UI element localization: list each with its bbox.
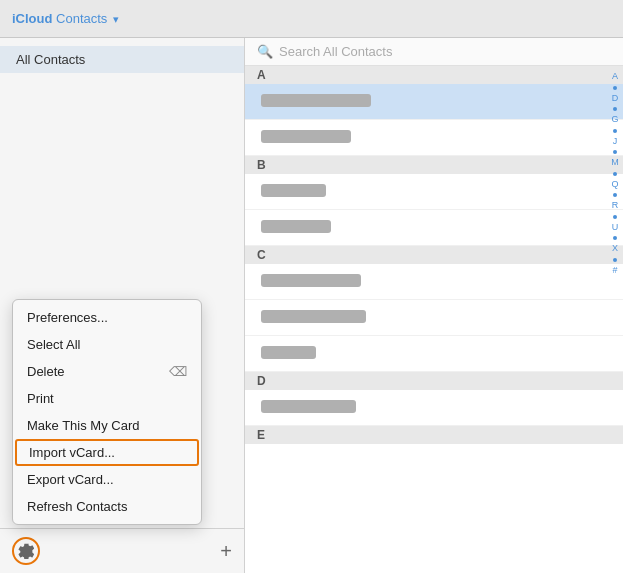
alpha-m[interactable]: M: [608, 156, 622, 170]
contact-row[interactable]: [245, 264, 623, 300]
contact-row[interactable]: [245, 390, 623, 426]
alpha-r[interactable]: R: [608, 199, 622, 213]
alpha-dot: [613, 258, 617, 262]
menu-item-import-vcard[interactable]: Import vCard...: [15, 439, 199, 466]
alphabet-index: A D G J M Q R U X #: [607, 66, 623, 573]
contact-row[interactable]: [245, 120, 623, 156]
menu-item-print[interactable]: Print: [13, 385, 201, 412]
menu-item-export-vcard[interactable]: Export vCard...: [13, 466, 201, 493]
alpha-dot: [613, 193, 617, 197]
menu-item-preferences[interactable]: Preferences...: [13, 304, 201, 331]
alpha-u[interactable]: U: [608, 221, 622, 235]
menu-item-make-my-card[interactable]: Make This My Card: [13, 412, 201, 439]
app-name: iCloud: [12, 11, 52, 26]
contact-row[interactable]: [245, 300, 623, 336]
add-contact-button[interactable]: +: [220, 541, 232, 561]
section-header-d: D: [245, 372, 623, 390]
alpha-dot: [613, 129, 617, 133]
alpha-x[interactable]: X: [608, 242, 622, 256]
sidebar-footer: +: [0, 528, 244, 573]
header-chevron-icon[interactable]: ▾: [113, 13, 119, 25]
contact-row[interactable]: [245, 336, 623, 372]
delete-shortcut-icon: ⌫: [169, 364, 187, 379]
header-title: iCloud Contacts ▾: [12, 11, 119, 26]
alpha-dot: [613, 172, 617, 176]
contact-row[interactable]: [245, 84, 623, 120]
section-header-c: C: [245, 246, 623, 264]
alpha-g[interactable]: G: [608, 113, 622, 127]
alpha-dot: [613, 215, 617, 219]
section-header-a: A: [245, 66, 623, 84]
context-menu: Preferences... Select All Delete ⌫ Print…: [12, 299, 202, 525]
alpha-q[interactable]: Q: [608, 178, 622, 192]
alpha-dot: [613, 107, 617, 111]
section-header-b: B: [245, 156, 623, 174]
alpha-dot: [613, 236, 617, 240]
alpha-a[interactable]: A: [608, 70, 622, 84]
search-bar: 🔍 Search All Contacts: [245, 38, 623, 66]
contacts-list: A B C: [245, 66, 623, 573]
alpha-dot: [613, 150, 617, 154]
settings-button[interactable]: [12, 537, 40, 565]
alpha-hash[interactable]: #: [608, 264, 622, 278]
menu-item-delete[interactable]: Delete ⌫: [13, 358, 201, 385]
alpha-j[interactable]: J: [608, 135, 622, 149]
section-header-e: E: [245, 426, 623, 444]
menu-item-refresh[interactable]: Refresh Contacts: [13, 493, 201, 520]
contact-row[interactable]: [245, 174, 623, 210]
section-name: Contacts: [56, 11, 107, 26]
search-placeholder[interactable]: Search All Contacts: [279, 44, 392, 59]
alpha-d[interactable]: D: [608, 92, 622, 106]
contacts-panel: 🔍 Search All Contacts A B C: [245, 38, 623, 573]
main-layout: All Contacts Preferences... Select All D…: [0, 38, 623, 573]
gear-icon: [18, 543, 34, 559]
search-icon: 🔍: [257, 44, 273, 59]
contact-row[interactable]: [245, 210, 623, 246]
app-header: iCloud Contacts ▾: [0, 0, 623, 38]
alpha-dot: [613, 86, 617, 90]
menu-item-select-all[interactable]: Select All: [13, 331, 201, 358]
sidebar: All Contacts Preferences... Select All D…: [0, 38, 245, 573]
sidebar-item-all-contacts[interactable]: All Contacts: [0, 46, 244, 73]
